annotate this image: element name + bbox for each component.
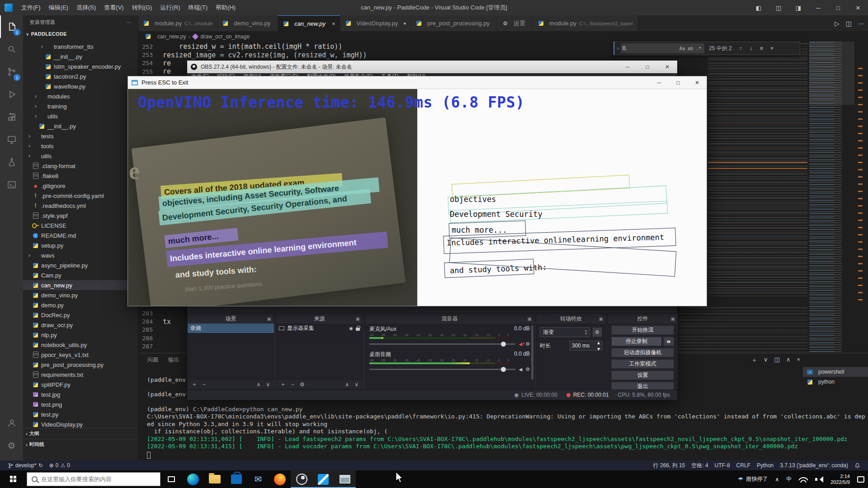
- minimap[interactable]: [809, 42, 854, 352]
- notifications-bell[interactable]: [851, 463, 863, 469]
- explorer-item[interactable]: __init__.py: [23, 52, 138, 61]
- explorer-item[interactable]: DocRec.py: [23, 310, 138, 320]
- explorer-item[interactable]: .flake8: [23, 171, 138, 181]
- close-button[interactable]: ✕: [688, 76, 707, 89]
- more-actions-icon[interactable]: ⋯: [127, 19, 132, 25]
- explorer-item[interactable]: test.png: [23, 399, 138, 409]
- lock-icon[interactable]: [356, 328, 360, 331]
- minimize-button[interactable]: ─: [650, 76, 669, 89]
- taskbar-search[interactable]: [27, 472, 160, 486]
- dock-float-icon[interactable]: ▣: [671, 316, 675, 321]
- task-view-button[interactable]: [160, 470, 182, 488]
- previous-match-icon[interactable]: ↑: [736, 45, 745, 52]
- encoding[interactable]: UTF-8: [712, 462, 733, 469]
- terminal-dropdown-icon[interactable]: ∨: [764, 356, 768, 364]
- obs-control-button[interactable]: 开始推流: [611, 325, 674, 335]
- maximize-button[interactable]: □: [828, 0, 848, 15]
- cursor-position[interactable]: 行 266, 列 15: [650, 462, 689, 469]
- add-source-icon[interactable]: ＋: [280, 380, 286, 388]
- source-item[interactable]: 显示器采集 ◉: [276, 324, 363, 333]
- camera-titlebar[interactable]: Press ESC to Exit ─ □ ✕: [128, 76, 707, 89]
- explorer-item[interactable]: .clang-format: [23, 161, 138, 171]
- dock-float-icon[interactable]: ▣: [528, 316, 532, 321]
- close-button[interactable]: ✕: [848, 0, 868, 15]
- taskbar-clock[interactable]: 2:14 2022/5/9: [830, 474, 850, 485]
- terminal-list-item[interactable]: powershell: [803, 367, 868, 377]
- problems-item[interactable]: ⊗ 0 ⚠ 0: [46, 462, 73, 469]
- start-button[interactable]: [0, 470, 27, 488]
- source-properties-icon[interactable]: ⚙: [300, 381, 305, 388]
- action-center-icon[interactable]: [857, 476, 864, 483]
- obs-titlebar[interactable]: OBS 27.2.4 (64-bit, windows) - 配置文件: 未命名…: [187, 61, 677, 73]
- taskbar-obs[interactable]: [291, 470, 312, 488]
- explorer-item[interactable]: utils: [23, 151, 138, 161]
- mixer-scrollbar[interactable]: [531, 325, 533, 380]
- editor-tab[interactable]: pre_post_processing.py ● ×: [411, 15, 497, 31]
- editor-tab[interactable]: 设置 ● ×: [497, 15, 533, 31]
- explorer-item[interactable]: nlp.py: [23, 330, 138, 340]
- explorer-item[interactable]: can_new.py: [23, 280, 138, 290]
- find-in-selection-icon[interactable]: ≡: [757, 45, 766, 52]
- volume-slider-handle[interactable]: [501, 342, 506, 347]
- remove-source-icon[interactable]: −: [291, 381, 294, 388]
- taskbar-vscode[interactable]: [312, 470, 334, 488]
- minimize-button[interactable]: ─: [808, 0, 828, 15]
- find-input[interactable]: [623, 45, 678, 52]
- extensions-activity-button[interactable]: [0, 106, 23, 128]
- pause-recording-button[interactable]: ▮▮: [663, 337, 674, 346]
- editor-tab[interactable]: module.py C:\...\fastspeech2_baker ● ×: [533, 15, 638, 31]
- regex-icon[interactable]: .*: [694, 46, 703, 52]
- eol[interactable]: CRLF: [733, 462, 754, 469]
- dock-float-icon[interactable]: ▣: [267, 316, 271, 321]
- hidden-icons-chevron[interactable]: ∧: [775, 476, 779, 483]
- remove-scene-icon[interactable]: −: [203, 381, 206, 388]
- git-branch-item[interactable]: develop* ↻: [5, 462, 46, 469]
- language-mode[interactable]: Python: [754, 462, 777, 469]
- taskbar-file-explorer[interactable]: [204, 470, 226, 488]
- run-debug-activity-button[interactable]: [0, 83, 23, 106]
- editor-scrollbar[interactable]: [858, 68, 863, 303]
- maximize-button[interactable]: □: [669, 76, 688, 89]
- obs-control-button[interactable]: 停止录制: [611, 337, 662, 346]
- explorer-item[interactable]: LICENSE: [23, 221, 138, 230]
- volume-slider[interactable]: [369, 343, 515, 345]
- close-icon[interactable]: ×: [332, 20, 335, 27]
- menu-item[interactable]: 编辑(E): [45, 0, 72, 15]
- explorer-item[interactable]: tests: [23, 131, 138, 141]
- workspace-root[interactable]: ∨ PADDLECODE: [23, 29, 138, 39]
- taskbar-store[interactable]: [226, 470, 247, 488]
- explorer-item[interactable]: lstm_speaker_encoder.py: [23, 61, 138, 71]
- explorer-item[interactable]: __init__.py: [23, 121, 138, 131]
- volume-slider[interactable]: [369, 369, 515, 370]
- explorer-item[interactable]: .gitignore: [23, 181, 138, 191]
- explorer-item[interactable]: waveflow.py: [23, 81, 138, 91]
- whole-word-icon[interactable]: ab: [686, 46, 694, 52]
- close-panel-icon[interactable]: ×: [797, 356, 800, 364]
- breadcrumb-symbol[interactable]: draw_ocr_on_image: [200, 33, 250, 40]
- transition-properties-button[interactable]: ⚙: [592, 327, 602, 337]
- terminal-activity-button[interactable]: [0, 174, 23, 196]
- menu-item[interactable]: 转到(G): [128, 0, 156, 15]
- explorer-item[interactable]: wavs: [23, 250, 138, 260]
- mute-icon[interactable]: [519, 342, 522, 347]
- move-down-icon[interactable]: ∨: [266, 381, 270, 388]
- panel-tab[interactable]: 输出: [168, 356, 179, 364]
- terminal-output[interactable]: (paddle_env) C:\PaddleCode>python can_ne…: [147, 406, 866, 450]
- maximize-panel-icon[interactable]: ∧: [786, 356, 791, 364]
- close-icon[interactable]: ×: [768, 45, 776, 52]
- menu-item[interactable]: 选择(S): [72, 0, 100, 15]
- new-terminal-icon[interactable]: ＋: [751, 356, 757, 364]
- python-interpreter[interactable]: 3.7.13 ('paddle_env': conda): [777, 462, 851, 469]
- source-control-activity-button[interactable]: 1: [0, 61, 23, 83]
- explorer-item[interactable]: tools: [23, 141, 138, 151]
- obs-control-button[interactable]: 工作室模式: [611, 359, 674, 369]
- explorer-item[interactable]: async_pipeline.py: [23, 260, 138, 270]
- maximize-button[interactable]: □: [637, 61, 657, 73]
- split-terminal-icon[interactable]: ◫: [774, 356, 780, 364]
- search-activity-button[interactable]: [0, 38, 23, 61]
- explorer-item[interactable]: setup.py: [23, 240, 138, 250]
- close-button[interactable]: ✕: [657, 61, 677, 73]
- obs-control-button[interactable]: 启动虚拟摄像机: [611, 348, 674, 357]
- outline-section[interactable]: › 大纲: [23, 428, 138, 439]
- explorer-item[interactable]: demo.py: [23, 300, 138, 310]
